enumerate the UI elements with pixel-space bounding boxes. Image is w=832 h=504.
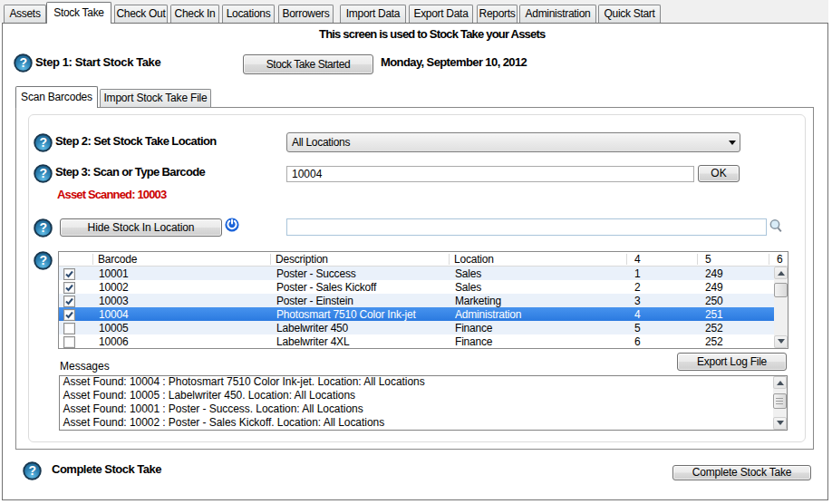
svg-text:?: ? [39, 135, 47, 150]
svg-text:?: ? [39, 220, 47, 235]
svg-text:?: ? [39, 166, 47, 180]
svg-text:?: ? [28, 463, 36, 478]
svg-text:?: ? [19, 55, 27, 70]
svg-text:?: ? [39, 253, 47, 267]
